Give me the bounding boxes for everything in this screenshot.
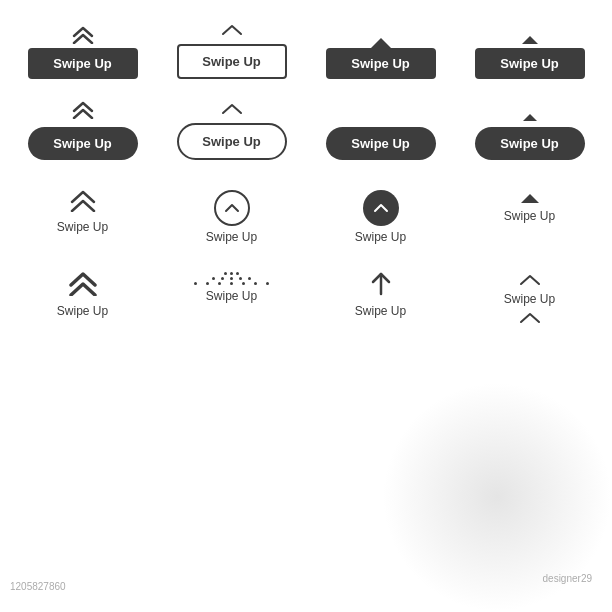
thin-chevron-icon-4b bbox=[519, 310, 541, 328]
swipe-up-btn-rect-dark-1[interactable]: Swipe Up bbox=[28, 48, 138, 79]
chevron-icon-2 bbox=[221, 101, 243, 119]
swipe-up-btn-pill-dark-1[interactable]: Swipe Up bbox=[28, 127, 138, 160]
swipe-item-4-3: Swipe Up bbox=[311, 272, 451, 318]
up-arrow-icon bbox=[371, 272, 391, 300]
watermark-id: 1205827860 bbox=[10, 581, 66, 592]
swipe-label-3-2: Swipe Up bbox=[206, 230, 257, 244]
swipe-up-btn-pill-dark-3[interactable]: Swipe Up bbox=[475, 127, 585, 160]
swipe-up-btn-rect-outline-1[interactable]: Swipe Up bbox=[177, 44, 287, 79]
swipe-item-2-4: Swipe Up bbox=[460, 114, 600, 160]
dots-arrow-icon bbox=[194, 272, 269, 285]
swipe-label-3-4: Swipe Up bbox=[504, 209, 555, 223]
swipe-label-3-1: Swipe Up bbox=[57, 220, 108, 234]
thin-chevron-icon-4 bbox=[519, 272, 541, 290]
swipe-item-4-4: Swipe Up bbox=[460, 272, 600, 328]
triangle-notch-icon bbox=[371, 38, 391, 48]
swipe-label-4-3: Swipe Up bbox=[355, 304, 406, 318]
swipe-item-3-2: Swipe Up bbox=[162, 190, 302, 244]
swipe-item-1-3: Swipe Up bbox=[311, 38, 451, 79]
swipe-up-btn-pill-dark-2[interactable]: Swipe Up bbox=[326, 127, 436, 160]
swipe-item-4-1: Swipe Up bbox=[13, 272, 153, 318]
double-chevron-icon-3 bbox=[70, 190, 96, 216]
swipe-label-4-2: Swipe Up bbox=[206, 289, 257, 303]
swipe-item-2-1: Swipe Up bbox=[13, 101, 153, 160]
designer-tag: designer29 bbox=[543, 573, 592, 584]
circle-outline-chevron-icon bbox=[214, 190, 250, 226]
swipe-item-3-3: Swipe Up bbox=[311, 190, 451, 244]
circle-dark-chevron-icon bbox=[363, 190, 399, 226]
swipe-item-3-4: Swipe Up bbox=[460, 190, 600, 223]
double-chevron-icon bbox=[72, 26, 94, 44]
swipe-item-2-3: Swipe Up bbox=[311, 105, 451, 160]
double-chevron-icon-2 bbox=[72, 101, 94, 123]
swipe-up-btn-pill-outline-1[interactable]: Swipe Up bbox=[177, 123, 287, 160]
swipe-up-btn-rect-dark-2[interactable]: Swipe Up bbox=[475, 48, 585, 79]
bold-double-chevron-icon bbox=[69, 272, 97, 300]
swipe-up-btn-rect-dark-notch-1[interactable]: Swipe Up bbox=[326, 48, 436, 79]
small-triangle-icon bbox=[522, 36, 538, 44]
swipe-item-3-1: Swipe Up bbox=[13, 190, 153, 234]
swipe-item-1-2: Swipe Up bbox=[162, 22, 302, 79]
swipe-label-4-1: Swipe Up bbox=[57, 304, 108, 318]
swipe-label-4-4: Swipe Up bbox=[504, 292, 555, 306]
swipe-item-4-2: Swipe Up bbox=[162, 272, 302, 303]
chevron-icon bbox=[221, 22, 243, 40]
small-triangle-icon-3 bbox=[521, 194, 539, 203]
swipe-item-1-1: Swipe Up bbox=[13, 26, 153, 79]
small-triangle-icon-2 bbox=[523, 114, 537, 121]
swipe-item-1-4: Swipe Up bbox=[460, 36, 600, 79]
swipe-label-3-3: Swipe Up bbox=[355, 230, 406, 244]
swipe-item-2-2: Swipe Up bbox=[162, 101, 302, 160]
